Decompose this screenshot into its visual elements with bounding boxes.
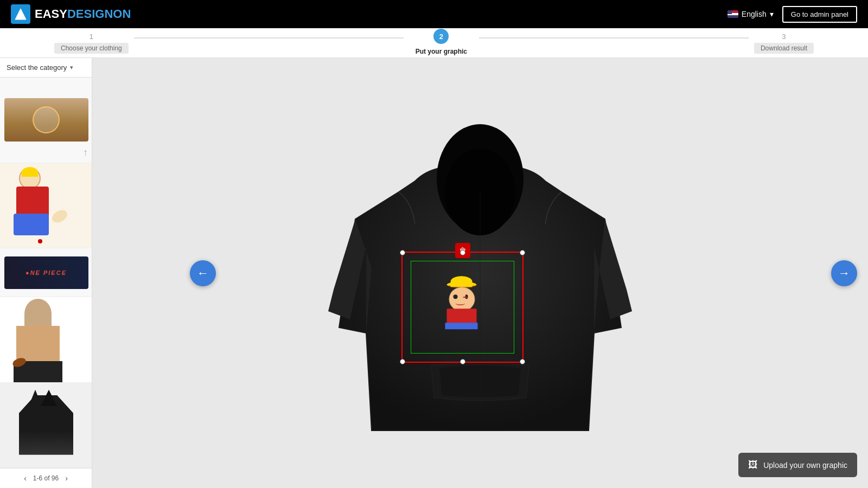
- prev-page-button[interactable]: ‹: [22, 473, 29, 484]
- design-overlay[interactable]: 🗑: [401, 252, 524, 363]
- luffy-detail: [38, 239, 42, 243]
- list-item[interactable]: [0, 383, 92, 468]
- logo-text: EASYDESIGNON: [35, 7, 131, 21]
- eye-left: [453, 294, 457, 299]
- language-label: English: [742, 10, 767, 18]
- step-1-number: 1: [90, 33, 93, 41]
- main-layout: Select the category ▾ ↑: [0, 58, 868, 488]
- upload-icon: 🖼: [748, 459, 758, 471]
- resize-handle-tm[interactable]: [460, 250, 465, 255]
- step-3-label: Download result: [754, 43, 814, 54]
- graphic-thumbnail: [8, 165, 84, 246]
- flag-icon: [727, 10, 738, 18]
- dropdown-arrow-icon: ▾: [770, 10, 774, 18]
- resize-handle-tr[interactable]: [520, 250, 525, 255]
- luffy-hat: [22, 167, 38, 177]
- category-dropdown-icon: ▾: [70, 64, 73, 71]
- admin-btn-label: Go to admin panel: [791, 10, 848, 18]
- step-3-number: 3: [782, 33, 786, 41]
- step-line-2: [479, 37, 749, 38]
- placed-graphic: [442, 281, 483, 328]
- logo: EASYDESIGNON: [11, 4, 131, 24]
- language-button[interactable]: English ▾: [727, 10, 774, 18]
- step-2-circle: 2: [433, 29, 449, 44]
- header-right: English ▾ Go to admin panel: [727, 6, 857, 23]
- sidebar-images: ↑ ●NE PIECE: [0, 78, 92, 468]
- step-3[interactable]: 3 Download result: [754, 33, 814, 54]
- step-1[interactable]: 1 Choose your clothing: [54, 33, 129, 54]
- prev-nav-button[interactable]: ←: [190, 260, 216, 286]
- next-page-button[interactable]: ›: [63, 473, 70, 484]
- thumb-detail: [33, 106, 60, 133]
- steps-bar: 1 Choose your clothing 2 Put your graphi…: [0, 28, 868, 58]
- step-2-label: Put your graphic: [409, 46, 474, 57]
- step-2[interactable]: 2 Put your graphic: [409, 29, 474, 57]
- luffy-arm: [50, 208, 69, 225]
- head: [449, 287, 475, 311]
- design-inner-frame: [411, 261, 514, 354]
- list-item[interactable]: ↑: [0, 78, 92, 163]
- upload-button[interactable]: 🖼 Upload your own graphic: [738, 453, 857, 477]
- steps-container: 1 Choose your clothing 2 Put your graphi…: [54, 29, 814, 57]
- right-arrow-icon: →: [838, 266, 850, 280]
- hoodie-container: 🗑: [323, 84, 637, 463]
- graphic-thumbnail: [8, 390, 84, 460]
- list-item[interactable]: [0, 163, 92, 249]
- scar: [463, 297, 467, 298]
- legs: [445, 323, 477, 329]
- logo-text-label: ●NE PIECE: [25, 269, 67, 276]
- resize-handle-bl[interactable]: [400, 359, 405, 364]
- resize-handle-tl[interactable]: [400, 250, 405, 255]
- luffy-legs: [14, 214, 49, 235]
- ace-head: [24, 299, 52, 329]
- list-item[interactable]: ●NE PIECE: [0, 248, 92, 297]
- resize-handle-bm[interactable]: [460, 359, 465, 364]
- category-select[interactable]: Select the category ▾: [0, 58, 92, 78]
- logo-easy: EASY: [35, 7, 67, 21]
- graphic-thumbnail: [4, 98, 88, 142]
- upload-label: Upload your own graphic: [763, 461, 847, 470]
- logo-icon: [11, 4, 30, 24]
- logo-design: DESIGN: [67, 7, 113, 21]
- mouth: [455, 301, 465, 305]
- header: EASYDESIGNON English ▾ Go to admin panel: [0, 0, 868, 28]
- up-arrow-icon: ↑: [83, 147, 88, 158]
- step-line-1: [134, 37, 404, 38]
- pagination-label: 1-6 of 96: [33, 474, 59, 482]
- list-item[interactable]: [0, 297, 92, 383]
- graphic-thumbnail: ●NE PIECE: [4, 256, 88, 289]
- admin-panel-button[interactable]: Go to admin panel: [782, 6, 857, 23]
- resize-handle-br[interactable]: [520, 359, 525, 364]
- left-arrow-icon: ←: [197, 266, 209, 280]
- canvas-area: ←: [92, 58, 868, 488]
- next-nav-button[interactable]: →: [831, 260, 857, 286]
- logo-on: ON: [113, 7, 131, 21]
- step-1-label: Choose your clothing: [54, 43, 129, 54]
- graphic-thumbnail: [8, 299, 84, 380]
- sidebar-pagination: ‹ 1-6 of 96 ›: [0, 468, 92, 488]
- category-label: Select the category: [7, 63, 67, 72]
- sidebar: Select the category ▾ ↑: [0, 58, 92, 488]
- hat-top: [450, 276, 472, 287]
